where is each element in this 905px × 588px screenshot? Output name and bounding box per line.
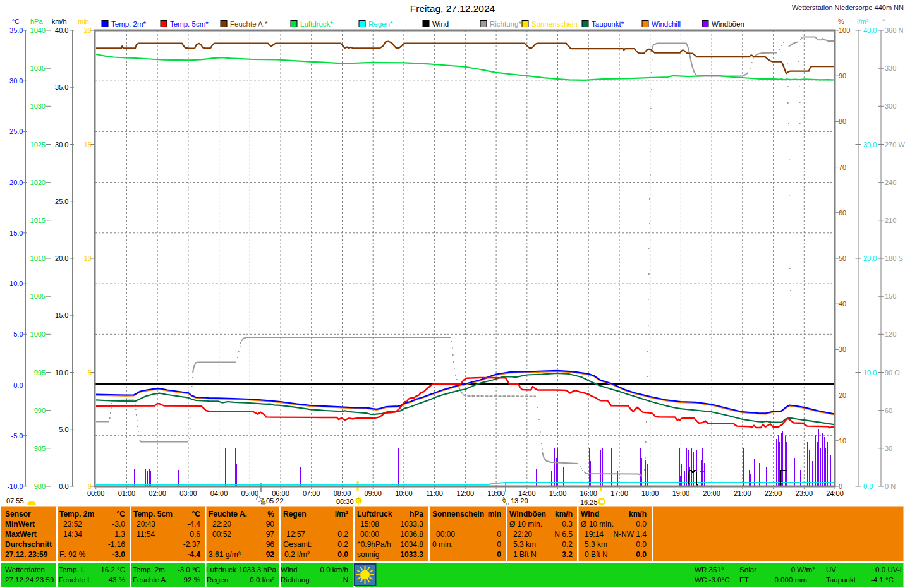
svg-text:23:00: 23:00 xyxy=(796,489,813,497)
svg-text:90: 90 xyxy=(266,520,275,529)
svg-text:08:00: 08:00 xyxy=(334,489,351,497)
svg-text:°: ° xyxy=(882,18,885,25)
svg-text:30.0: 30.0 xyxy=(55,141,68,148)
svg-text:150: 150 xyxy=(885,292,896,300)
svg-text:09:00: 09:00 xyxy=(364,489,382,497)
svg-text:-4.1 °C: -4.1 °C xyxy=(871,575,894,584)
svg-text:15.0: 15.0 xyxy=(55,311,68,319)
svg-text:Sensor: Sensor xyxy=(5,510,31,519)
svg-text:0.0: 0.0 xyxy=(636,540,647,549)
svg-text:11:54: 11:54 xyxy=(137,530,155,539)
svg-text:20:43: 20:43 xyxy=(137,520,155,529)
svg-text:1020: 1020 xyxy=(30,179,46,186)
svg-text:180 S: 180 S xyxy=(885,255,903,262)
svg-text:05:00: 05:00 xyxy=(241,489,259,497)
svg-text:04:00: 04:00 xyxy=(210,489,228,497)
svg-text:km/h: km/h xyxy=(629,510,647,519)
svg-text:^0.9hPa/h: ^0.9hPa/h xyxy=(357,540,391,549)
svg-text:1034.8: 1034.8 xyxy=(400,540,423,549)
svg-text:0.0 km/h: 0.0 km/h xyxy=(320,565,348,573)
svg-text:10: 10 xyxy=(839,437,846,445)
svg-text:12:57: 12:57 xyxy=(286,530,305,539)
svg-text:0.2: 0.2 xyxy=(337,540,348,549)
svg-text:0.0: 0.0 xyxy=(636,520,647,529)
svg-text:03:00: 03:00 xyxy=(179,489,197,497)
svg-text:Temp. I.: Temp. I. xyxy=(59,565,85,573)
svg-text:Wetterdaten: Wetterdaten xyxy=(5,565,45,573)
svg-text:19:00: 19:00 xyxy=(672,489,690,497)
svg-text:°C: °C xyxy=(192,510,201,519)
svg-text:13:00: 13:00 xyxy=(487,489,505,497)
svg-text:16:25: 16:25 xyxy=(580,498,598,506)
svg-text:70: 70 xyxy=(839,164,846,171)
svg-text:Freitag, 27.12.2024: Freitag, 27.12.2024 xyxy=(410,3,495,14)
svg-text:Feuchte I.: Feuchte I. xyxy=(59,575,92,584)
svg-text:Ø 10 min.: Ø 10 min. xyxy=(581,520,614,529)
svg-text:25.0: 25.0 xyxy=(9,128,23,135)
svg-text:Wetterstation Niedersorpe 440m: Wetterstation Niedersorpe 440m NN xyxy=(792,4,904,11)
svg-text:Windböen: Windböen xyxy=(712,20,744,28)
svg-text:0: 0 xyxy=(497,530,501,539)
svg-text:WC -3.0°C: WC -3.0°C xyxy=(695,575,730,584)
svg-text:22:20: 22:20 xyxy=(513,530,532,539)
svg-text:-4.4: -4.4 xyxy=(187,550,200,559)
svg-text:22:20: 22:20 xyxy=(212,520,231,529)
svg-text:15:00: 15:00 xyxy=(549,489,567,497)
svg-text:100: 100 xyxy=(839,27,850,34)
svg-text:20:00: 20:00 xyxy=(703,489,720,497)
svg-text:min: min xyxy=(78,18,89,25)
svg-text:UV: UV xyxy=(826,565,836,573)
svg-text:1036.8: 1036.8 xyxy=(400,530,423,539)
svg-text:3.2: 3.2 xyxy=(562,550,573,559)
svg-text:15: 15 xyxy=(84,141,92,148)
svg-text:27.12.24 23:59: 27.12.24 23:59 xyxy=(5,575,54,584)
svg-text:14:00: 14:00 xyxy=(518,489,536,497)
svg-text:-3.0: -3.0 xyxy=(112,520,125,529)
svg-text:hPa: hPa xyxy=(410,510,423,519)
svg-text:Gesamt:: Gesamt: xyxy=(283,540,312,549)
svg-text:-2.37: -2.37 xyxy=(183,540,201,549)
svg-text:19:14: 19:14 xyxy=(585,530,604,539)
svg-text:min: min xyxy=(488,510,501,519)
svg-text:MaxWert: MaxWert xyxy=(5,530,37,539)
svg-text:%: % xyxy=(838,18,844,25)
svg-text:0.0 l/m²: 0.0 l/m² xyxy=(250,575,274,584)
svg-text:0 N: 0 N xyxy=(885,483,896,490)
svg-text:270 W: 270 W xyxy=(885,141,905,148)
svg-text:11:00: 11:00 xyxy=(426,489,443,497)
svg-text:Feuchte A.*: Feuchte A.* xyxy=(230,20,268,28)
svg-text:ET: ET xyxy=(739,575,749,584)
svg-text:0.0: 0.0 xyxy=(337,550,348,559)
svg-text:00:00: 00:00 xyxy=(87,489,105,497)
svg-text:Wind: Wind xyxy=(581,510,599,519)
svg-text:-1.16: -1.16 xyxy=(108,540,126,549)
svg-text:21:00: 21:00 xyxy=(734,489,751,497)
svg-text:40.0: 40.0 xyxy=(55,27,68,34)
svg-text:0.2: 0.2 xyxy=(562,540,573,549)
svg-text:27.12. 23:59: 27.12. 23:59 xyxy=(5,550,48,559)
svg-text:Feuchte A.: Feuchte A. xyxy=(133,575,167,584)
svg-text:1035: 1035 xyxy=(30,64,46,72)
svg-text:17:00: 17:00 xyxy=(610,489,628,497)
svg-text:60: 60 xyxy=(885,407,892,414)
svg-text:96: 96 xyxy=(266,540,275,549)
svg-text:15.0: 15.0 xyxy=(9,229,23,237)
svg-text:0: 0 xyxy=(497,550,501,559)
svg-text:92: 92 xyxy=(266,550,275,559)
svg-text:50: 50 xyxy=(839,255,846,262)
svg-text:20.0: 20.0 xyxy=(863,255,877,262)
svg-text:20.0: 20.0 xyxy=(9,179,23,186)
svg-text:Windböen: Windböen xyxy=(509,510,546,519)
svg-text:MinWert: MinWert xyxy=(5,520,35,529)
svg-text:N: N xyxy=(343,575,348,584)
svg-text:10.0: 10.0 xyxy=(863,369,877,376)
svg-text:Taupunkt*: Taupunkt* xyxy=(592,20,624,28)
svg-text:13:20: 13:20 xyxy=(511,497,528,505)
svg-text:90: 90 xyxy=(839,72,846,80)
svg-text:330: 330 xyxy=(885,64,896,72)
svg-text:sonnig: sonnig xyxy=(357,550,379,559)
svg-text:10.0: 10.0 xyxy=(55,369,68,376)
svg-text:1040: 1040 xyxy=(30,27,46,34)
svg-text:60: 60 xyxy=(839,209,846,217)
svg-text:1030: 1030 xyxy=(30,102,46,110)
